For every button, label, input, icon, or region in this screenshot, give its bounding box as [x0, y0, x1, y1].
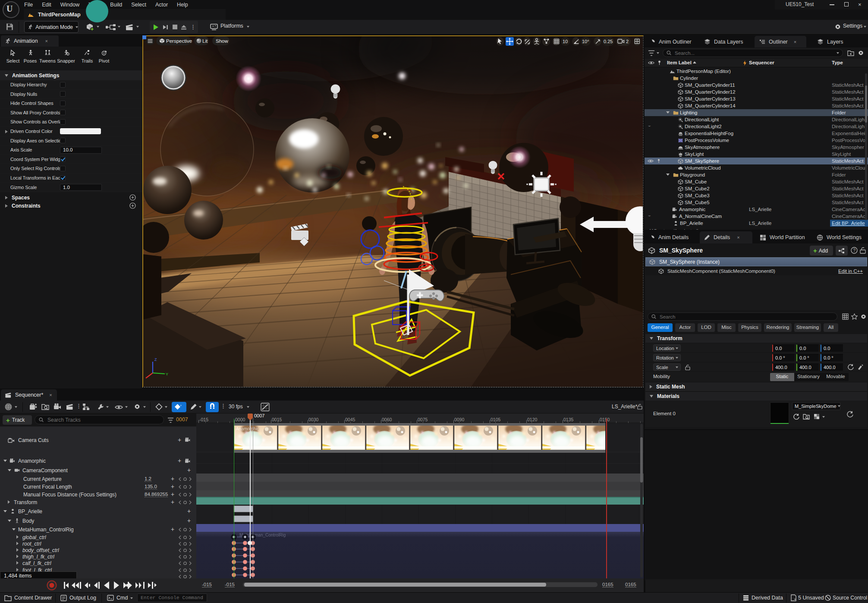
svg-text:?: ?	[853, 248, 856, 253]
svg-text:Show: Show	[216, 38, 228, 44]
svg-text:Y: Y	[166, 372, 168, 376]
svg-text:Lit: Lit	[202, 38, 208, 44]
svg-text:10: 10	[563, 39, 568, 44]
svg-text:10°: 10°	[582, 39, 589, 44]
svg-text:Z: Z	[154, 357, 157, 362]
svg-text:0.25: 0.25	[604, 39, 613, 44]
svg-text:Perspective: Perspective	[166, 38, 192, 44]
svg-text:2: 2	[626, 39, 629, 44]
